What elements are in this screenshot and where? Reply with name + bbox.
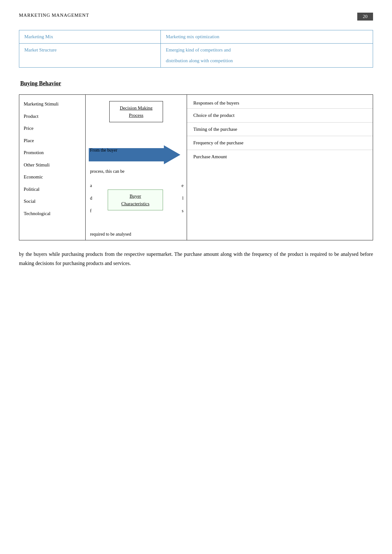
response-item: Timing of the purchase <box>187 123 373 136</box>
decision-making-box: Decision Making Process <box>109 101 163 122</box>
stimuli-item: Social <box>19 195 85 208</box>
required-text: required to be analysed <box>90 232 131 237</box>
stimuli-item: Place <box>19 135 85 147</box>
table-cell-left: Market Structure <box>19 44 161 68</box>
info-table: Marketing MixMarketing mix optimizationM… <box>19 30 373 68</box>
response-item: Choice of the product <box>187 109 373 123</box>
decision-making-line2: Process <box>129 113 143 118</box>
middle-column: Decision Making Process From the buyer p… <box>86 95 187 240</box>
body-paragraph: by the buyers while purchasing products … <box>19 250 373 268</box>
section-heading: Buying Behavior <box>20 80 373 87</box>
table-row: Marketing MixMarketing mix optimization <box>19 30 373 44</box>
stimuli-item: Promotion <box>19 147 85 159</box>
table-cell-right: Marketing mix optimization <box>161 30 373 44</box>
stimuli-item: Other Stimuli <box>19 159 85 171</box>
buyer-characteristics-box: Buyer Characteristics <box>108 190 163 210</box>
stimuli-item: Political <box>19 183 85 196</box>
partial-text-s: s <box>182 208 184 214</box>
stimuli-item: Price <box>19 122 85 135</box>
stimuli-item: Product <box>19 110 85 123</box>
document-title: MARKETING MANAGEMENT <box>19 13 89 18</box>
stimuli-header: Marketing Stimuli <box>19 98 85 110</box>
from-buyer-text: From the buyer <box>90 148 117 153</box>
responses-column: Responses of the buyers Choice of the pr… <box>187 95 373 240</box>
partial-text-a: a <box>90 183 92 188</box>
decision-making-line1: Decision Making <box>120 105 153 111</box>
page-number: 20 <box>357 13 373 21</box>
stimuli-column: Marketing Stimuli ProductPricePlacePromo… <box>19 95 86 240</box>
responses-header: Responses of the buyers <box>187 98 373 109</box>
stimuli-item: Economic <box>19 171 85 183</box>
characteristics-label: Characteristics <box>121 201 149 206</box>
page-header: MARKETING MANAGEMENT 20 <box>19 13 373 21</box>
buying-behavior-diagram: Marketing Stimuli ProductPricePlacePromo… <box>19 94 373 240</box>
partial-text-l: l <box>182 196 184 201</box>
response-item: Frequency of the purchase <box>187 136 373 150</box>
table-row: Market StructureEmerging kind of competi… <box>19 44 373 68</box>
buyer-label: Buyer <box>130 194 141 199</box>
process-can-text: process, this can be <box>90 169 124 174</box>
table-cell-left: Marketing Mix <box>19 30 161 44</box>
partial-text-d: d <box>90 196 92 201</box>
table-cell-right: Emerging kind of competitors anddistribu… <box>161 44 373 68</box>
partial-text-f: f <box>90 208 92 214</box>
response-item: Purchase Amount <box>187 150 373 164</box>
stimuli-item: Technological <box>19 208 85 220</box>
partial-text-e: e <box>182 183 184 188</box>
